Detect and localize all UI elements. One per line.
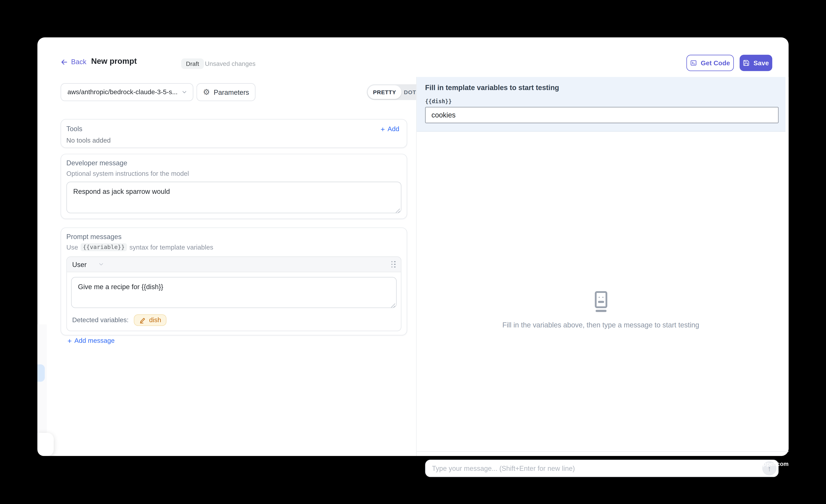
add-message-label: Add message (74, 337, 115, 344)
toggle-pretty[interactable]: PRETTY (368, 85, 402, 99)
unsaved-changes-note: Unsaved changes (205, 60, 256, 67)
template-variables-title: Fill in template variables to start test… (425, 84, 559, 91)
left-corner-panel (37, 433, 54, 456)
get-code-label: Get Code (701, 59, 730, 67)
left-scroll-thumb[interactable] (37, 364, 45, 382)
message-body: Give me a recipe for {{dish}} Detected v… (67, 272, 401, 331)
dish-variable-input[interactable] (425, 107, 779, 123)
template-variables-panel: Fill in template variables to start test… (417, 77, 785, 132)
test-panel: Fill in template variables to start test… (416, 77, 789, 456)
model-select-value: aws/anthropic/bedrock-claude-3-5-s... (67, 88, 181, 96)
screenshot-canvas: Back New prompt Draft Unsaved changes Ge… (0, 0, 826, 504)
developer-textarea-wrap: Respond as jack sparrow would (66, 182, 402, 215)
prompt-syntax-hint: Use {{variable}} syntax for template var… (66, 243, 402, 251)
user-message-textarea[interactable]: Give me a recipe for {{dish}} (71, 277, 397, 308)
tools-card: Tools + Add No tools added (61, 119, 407, 148)
gear-icon: ⚙ (203, 88, 210, 96)
developer-message-card: Developer message Optional system instru… (61, 154, 407, 219)
message-textarea-wrap: Give me a recipe for {{dish}} (71, 277, 397, 310)
message-block: User Give me a recipe for {{dish}} (66, 256, 402, 331)
pencil-icon (139, 317, 146, 323)
developer-message-hint: Optional system instructions for the mod… (66, 170, 402, 177)
detected-variables-label: Detected variables: (72, 316, 128, 324)
screenshot-credit: Screenshot by Xnapper.com (0, 461, 789, 467)
role-select-value[interactable]: User (72, 260, 86, 268)
drag-handle-icon[interactable] (391, 261, 396, 268)
add-tool-button[interactable]: + Add (381, 125, 399, 132)
variable-badge-dish[interactable]: dish (134, 314, 167, 326)
tools-header: Tools + Add (66, 125, 399, 133)
arrow-left-icon (61, 58, 68, 65)
plus-icon: + (67, 337, 72, 344)
header: Back New prompt Draft Unsaved changes Ge… (37, 37, 789, 77)
parameters-label: Parameters (214, 88, 249, 96)
parameters-button[interactable]: ⚙ Parameters (196, 83, 255, 101)
back-button[interactable]: Back (61, 58, 86, 66)
variable-syntax-chip: {{variable}} (81, 243, 127, 251)
save-icon (743, 60, 750, 66)
chat-empty-state: Fill in the variables above, then type a… (417, 290, 785, 329)
developer-message-textarea[interactable]: Respond as jack sparrow would (66, 182, 402, 213)
plus-icon: + (381, 125, 385, 132)
add-tool-label: Add (388, 125, 399, 132)
terminal-icon (690, 60, 697, 66)
detected-variables-row: Detected variables: dish (71, 310, 397, 327)
message-role-header: User (67, 257, 401, 272)
robot-icon (590, 290, 612, 314)
app-window: Back New prompt Draft Unsaved changes Ge… (37, 37, 789, 456)
back-label: Back (71, 58, 86, 66)
stage: Back New prompt Draft Unsaved changes Ge… (0, 0, 826, 504)
dish-variable-label: {{dish}} (425, 98, 452, 104)
tools-label: Tools (66, 125, 82, 133)
save-label: Save (754, 59, 769, 67)
hint-suffix: syntax for template variables (129, 244, 213, 251)
get-code-button[interactable]: Get Code (686, 55, 734, 71)
add-message-button[interactable]: + Add message (67, 337, 401, 344)
prompt-messages-label: Prompt messages (66, 233, 402, 241)
chevron-down-icon (181, 89, 187, 95)
hint-prefix: Use (66, 244, 78, 251)
developer-message-label: Developer message (66, 159, 402, 167)
model-select[interactable]: aws/anthropic/bedrock-claude-3-5-s... (61, 83, 193, 101)
page-title: New prompt (91, 56, 137, 65)
chat-divider (417, 451, 789, 452)
tools-empty-text: No tools added (66, 137, 399, 144)
chevron-down-icon[interactable] (98, 261, 105, 267)
empty-state-text: Fill in the variables above, then type a… (503, 321, 699, 329)
prompt-messages-card: Prompt messages Use {{variable}} syntax … (61, 228, 407, 335)
variable-badge-label: dish (149, 316, 161, 324)
save-button[interactable]: Save (740, 55, 772, 71)
status-badge: Draft (181, 58, 204, 69)
